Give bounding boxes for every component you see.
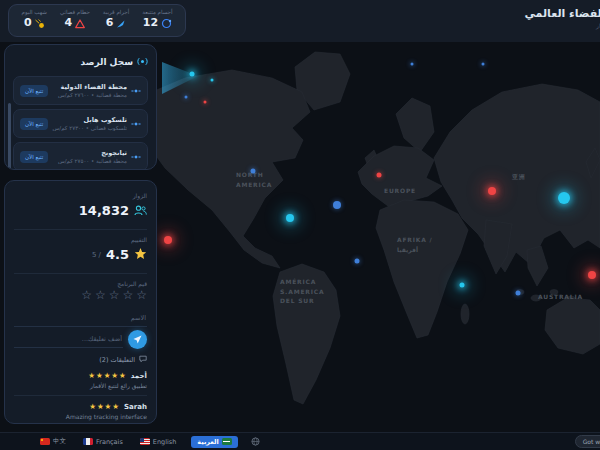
review-stars: ★★★★★ — [88, 371, 127, 380]
comment-input[interactable] — [14, 331, 123, 348]
app-subtitle: تتبع مباشر للأقمار — [470, 22, 600, 29]
track-now-button[interactable]: تتبع الآن — [20, 85, 48, 97]
paper-plane-icon — [133, 332, 142, 347]
rate-star-button[interactable]: ☆ — [95, 289, 106, 301]
map-region-label: AFRIKA / أفريقيا — [397, 235, 433, 254]
review-stars: ★★★★ — [89, 402, 120, 411]
visitors-label: الزوار — [14, 192, 147, 199]
map-marker[interactable] — [482, 63, 485, 66]
send-comment-button[interactable] — [128, 330, 147, 349]
rating-value: 4.5 — [106, 247, 129, 262]
map-region-label: AUSTRALIA — [538, 292, 583, 302]
tracking-item: محطة الفضاء الدولية محطة فضائية • ٢٧٦٠٠ … — [13, 76, 148, 105]
map-marker[interactable] — [516, 291, 521, 296]
tracking-item-meta: تلسكوب فضائي • ٢٧٣٠٠ كم/س — [52, 125, 127, 131]
language-bar: 中文 Français English العربية Got with — [0, 432, 600, 450]
language-button-english[interactable]: English — [138, 437, 178, 447]
language-label: العربية — [197, 438, 218, 446]
satellite-icon — [131, 114, 141, 133]
map-region-label: 亚洲 — [512, 172, 526, 182]
map-marker[interactable] — [286, 214, 294, 222]
made-with-badge[interactable]: Got with — [575, 435, 600, 448]
tracking-item-name: محطة الفضاء الدولية — [52, 83, 127, 91]
review-author: أحمد — [131, 372, 147, 380]
map-marker[interactable] — [377, 173, 382, 178]
stat-tracked-value: 12 — [143, 17, 158, 29]
map-marker[interactable] — [460, 283, 465, 288]
language-label: 中文 — [53, 437, 66, 446]
review-author: Sarah — [124, 403, 147, 411]
map-marker[interactable] — [204, 101, 207, 104]
stat-near-objects-value: 6 — [106, 17, 114, 29]
review-item: أحمد ★★★★★ تطبيق رائع لتتبع الأقمار — [14, 368, 147, 392]
tracking-item-name: تيانجونج — [52, 149, 127, 157]
rate-form-title: قيم البرنامج — [14, 280, 147, 287]
tracking-item-meta: محطة فضائية • ٢٧٥٠٠ كم/س — [52, 158, 127, 164]
stat-debris-value: 4 — [65, 17, 73, 29]
map-region-label: EUROPE — [384, 186, 416, 196]
map-marker[interactable] — [333, 201, 341, 209]
map-marker[interactable] — [251, 169, 256, 174]
track-now-button[interactable]: تتبع الآن — [20, 151, 48, 163]
map-region-label: AMÉRICA S.AMERICA DEL SUR — [280, 277, 324, 306]
divider — [14, 273, 147, 274]
app-title: مرصد الفضاء العالمي — [470, 7, 600, 20]
stat-meteors-value: 0 — [24, 17, 32, 29]
rating-max: 5 / — [92, 251, 101, 259]
map-marker[interactable] — [164, 236, 172, 244]
stat-debris: حطام فضائي 4 — [60, 9, 90, 33]
tracking-item: تيانجونج محطة فضائية • ٢٧٥٠٠ كم/س تتبع ا… — [13, 142, 148, 170]
rocket-icon — [116, 15, 126, 33]
tracking-log-title: سجل الرصد — [81, 57, 133, 67]
review-item: Sarah ★★★★ Amazing tracking interface — [14, 399, 147, 423]
rate-star-button[interactable]: ☆ — [136, 289, 147, 301]
satellite-icon — [131, 147, 141, 166]
top-bar: شهب اليوم 0 حطام فضائي 4 أجرام قريبة 6 — [0, 0, 600, 42]
globe-icon[interactable] — [251, 437, 260, 446]
name-input[interactable] — [14, 310, 147, 327]
map-marker[interactable] — [411, 63, 414, 66]
comment-bubble-icon — [139, 355, 147, 365]
orbit-icon — [161, 15, 172, 33]
rate-star-button[interactable]: ☆ — [81, 289, 92, 301]
visitors-section: الزوار 14,832 — [14, 189, 147, 226]
map-marker[interactable] — [588, 271, 596, 279]
stats-pill: شهب اليوم 0 حطام فضائي 4 أجرام قريبة 6 — [8, 4, 186, 37]
rating-section: التقييم 4.5 5 / — [14, 233, 147, 270]
usa-flag-icon — [140, 438, 150, 445]
map-marker[interactable] — [558, 192, 570, 204]
saudi-flag-icon — [222, 438, 232, 445]
rating-label: التقييم — [14, 236, 147, 243]
language-label: Français — [96, 438, 123, 446]
rate-star-button[interactable]: ☆ — [122, 289, 133, 301]
language-button-chinese[interactable]: 中文 — [38, 436, 68, 447]
language-label: English — [153, 438, 176, 446]
language-button-french[interactable]: Français — [81, 437, 125, 447]
france-flag-icon — [83, 438, 93, 445]
rate-stars: ☆ ☆ ☆ ☆ ☆ — [14, 289, 147, 301]
stat-near-objects: أجرام قريبة 6 — [103, 9, 129, 33]
broadcast-icon — [137, 52, 148, 71]
tracking-log-panel: سجل الرصد محطة الفضاء الدولية محطة فضائي… — [4, 44, 157, 170]
language-button-arabic[interactable]: العربية — [191, 436, 237, 448]
review-text: تطبيق رائع لتتبع الأقمار — [14, 382, 147, 389]
scrollbar-thumb[interactable] — [8, 103, 11, 169]
map-marker[interactable] — [185, 96, 188, 99]
rate-star-button[interactable]: ☆ — [109, 289, 120, 301]
tracking-item-name: تلسكوب هابل — [52, 116, 127, 124]
map-marker[interactable] — [355, 259, 360, 264]
map-marker[interactable] — [190, 72, 195, 77]
tracking-item: تلسكوب هابل تلسكوب فضائي • ٢٧٣٠٠ كم/س تت… — [13, 109, 148, 138]
stat-tracked: أجسام متتبعة 12 — [142, 9, 172, 33]
divider — [14, 229, 147, 230]
meteor-icon — [35, 15, 45, 33]
map-marker[interactable] — [488, 187, 496, 195]
china-flag-icon — [40, 438, 50, 445]
warning-icon — [75, 15, 85, 33]
map-marker[interactable] — [211, 79, 214, 82]
track-now-button[interactable]: تتبع الآن — [20, 118, 48, 130]
star-icon — [134, 245, 147, 264]
visitors-count: 14,832 — [79, 203, 129, 218]
comments-header-text: التعليقات (2) — [99, 356, 135, 364]
review-text: Amazing tracking interface — [14, 413, 147, 420]
